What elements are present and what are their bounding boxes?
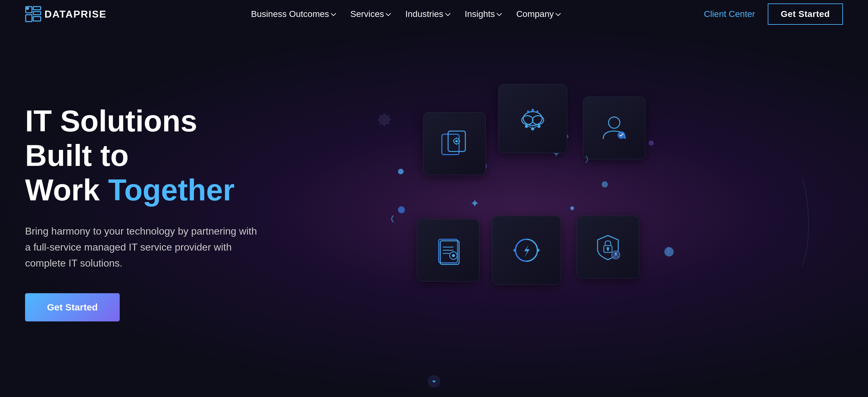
decorative-dot bbox=[398, 206, 405, 213]
hero-illustration: ✦ ✦ bbox=[335, 72, 868, 354]
client-center-link[interactable]: Client Center bbox=[704, 9, 755, 19]
dataprise-logo bbox=[25, 6, 41, 22]
nav-right: Client Center Get Started bbox=[704, 3, 843, 25]
svg-rect-2 bbox=[33, 7, 41, 10]
svg-point-41 bbox=[615, 252, 617, 255]
icon-card-documents bbox=[417, 219, 479, 282]
scroll-indicator[interactable] bbox=[428, 375, 440, 388]
nav-item-business-outcomes[interactable]: Business Outcomes bbox=[251, 9, 335, 19]
decorative-star: ✦ bbox=[470, 197, 479, 210]
hero-subtitle: Bring harmony to your technology by part… bbox=[25, 223, 257, 272]
icon-card-user bbox=[583, 96, 646, 159]
decorative-dot bbox=[649, 141, 654, 145]
svg-point-19 bbox=[537, 125, 540, 128]
hero-section: IT Solutions Built to Work Together Brin… bbox=[0, 28, 868, 397]
icon-card-sync bbox=[492, 216, 561, 285]
chevron-down-icon bbox=[331, 11, 336, 16]
svg-point-24 bbox=[527, 110, 529, 112]
chevron-down-icon bbox=[556, 11, 561, 16]
svg-rect-39 bbox=[607, 249, 609, 251]
chevron-down-icon bbox=[445, 11, 451, 16]
svg-point-9 bbox=[455, 140, 458, 142]
svg-rect-4 bbox=[33, 17, 41, 21]
svg-point-17 bbox=[525, 125, 528, 128]
svg-line-21 bbox=[534, 126, 538, 128]
get-started-nav-button[interactable]: Get Started bbox=[768, 3, 843, 25]
decorative-gear bbox=[376, 112, 393, 131]
svg-point-42 bbox=[615, 257, 616, 258]
icon-card-security bbox=[577, 216, 639, 279]
svg-rect-5 bbox=[26, 15, 32, 22]
navbar: DATAPRISE Business Outcomes Services Ind… bbox=[0, 0, 868, 28]
nav-item-insights[interactable]: Insights bbox=[465, 9, 501, 19]
svg-marker-35 bbox=[537, 248, 540, 252]
decorative-dot bbox=[602, 181, 608, 188]
hero-content: IT Solutions Built to Work Together Brin… bbox=[0, 104, 282, 322]
hero-title: IT Solutions Built to Work Together bbox=[25, 104, 257, 207]
nav-item-industries[interactable]: Industries bbox=[405, 9, 449, 19]
icon-card-cloud bbox=[498, 84, 567, 153]
svg-point-26 bbox=[609, 117, 620, 128]
nav-item-company[interactable]: Company bbox=[516, 9, 559, 19]
svg-line-20 bbox=[527, 126, 532, 128]
decorative-dot bbox=[570, 206, 574, 210]
svg-point-25 bbox=[536, 110, 538, 112]
nav-item-services[interactable]: Services bbox=[350, 9, 390, 19]
logo-container[interactable]: DATAPRISE bbox=[25, 6, 106, 22]
decorative-dot bbox=[664, 247, 674, 256]
icon-card-settings bbox=[423, 112, 486, 175]
chevron-down-icon bbox=[386, 11, 391, 16]
svg-rect-1 bbox=[26, 7, 29, 10]
chevron-down-icon bbox=[497, 11, 502, 16]
get-started-hero-button[interactable]: Get Started bbox=[25, 293, 120, 321]
svg-point-18 bbox=[531, 127, 534, 131]
svg-point-34 bbox=[452, 254, 455, 257]
brand-name: DATAPRISE bbox=[44, 8, 106, 20]
svg-point-23 bbox=[531, 109, 534, 111]
decorative-dot bbox=[398, 169, 404, 174]
main-nav: Business Outcomes Services Industries In… bbox=[251, 9, 559, 19]
svg-rect-3 bbox=[33, 11, 41, 15]
svg-marker-36 bbox=[513, 248, 516, 252]
